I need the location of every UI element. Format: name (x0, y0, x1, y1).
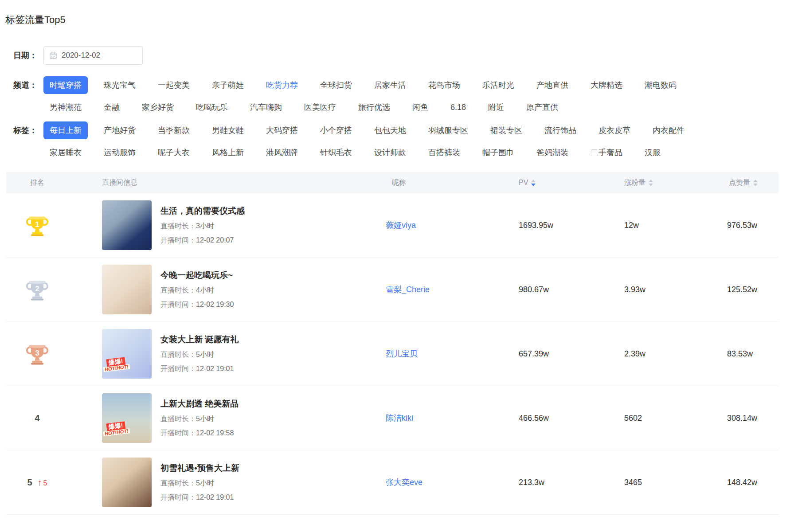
channel-pill[interactable]: 全球扫货 (314, 76, 358, 94)
channel-pill[interactable]: 乐活时光 (476, 76, 520, 94)
table-row: 3 爆爆! HOT!HOT! 女装大上新 诞愿有礼 直播时长：5小时 开播时间：… (6, 322, 778, 386)
fans-value: 5602 (624, 414, 727, 423)
date-picker-input[interactable]: 2020-12-02 (43, 46, 143, 65)
start-value: 12-02 20:07 (196, 236, 234, 244)
tag-pill[interactable]: 当季新款 (152, 121, 196, 139)
room-cover-image: 爆爆! HOT!HOT! (102, 393, 152, 443)
room-cover-image: 爆爆! HOT!HOT! (102, 329, 152, 379)
start-label: 开播时间： (160, 236, 196, 244)
streamer-nickname-link[interactable]: 陈洁kiki (386, 414, 413, 422)
tag-pill[interactable]: 裙装专区 (484, 121, 528, 139)
rank-cell: 5 ↑ 5 (6, 477, 68, 488)
gold-trophy-icon: 1 (26, 214, 49, 237)
tag-pill[interactable]: 百搭裤装 (422, 144, 466, 161)
room-info-cell: 爆爆! HOT!HOT! 上新大剧透 绝美新品 直播时长：5小时 开播时间：12… (68, 393, 386, 443)
streamer-nickname-link[interactable]: 雪梨_Cherie (386, 285, 430, 294)
tag-pill[interactable]: 风格上新 (206, 144, 250, 161)
channel-pill[interactable]: 6.18 (444, 98, 472, 116)
channel-pill[interactable]: 居家生活 (368, 76, 412, 94)
channel-pill[interactable]: 闲鱼 (406, 98, 434, 116)
channel-pill[interactable]: 金融 (98, 98, 126, 116)
start-label: 开播时间： (160, 429, 196, 437)
tag-pill[interactable]: 呢子大衣 (152, 144, 196, 161)
pv-value: 657.39w (519, 349, 624, 359)
channel-pill[interactable]: 家乡好货 (136, 98, 180, 116)
tag-pill[interactable]: 大码穿搭 (260, 121, 304, 139)
tag-pill[interactable]: 港风潮牌 (260, 144, 304, 161)
tag-pill[interactable]: 爸妈潮装 (530, 144, 575, 161)
channel-pill[interactable]: 大牌精选 (584, 76, 629, 94)
rank-change-badge: ↑ 5 (38, 478, 47, 487)
start-label: 开播时间： (160, 365, 196, 372)
pv-value: 1693.95w (519, 221, 624, 230)
tag-pill[interactable]: 包包天地 (368, 121, 412, 139)
tag-pill[interactable]: 汉服 (638, 144, 667, 161)
room-start-time: 开播时间：12-02 19:58 (160, 429, 239, 438)
streamer-nickname-link[interactable]: 烈儿宝贝 (386, 349, 418, 358)
tag-pill[interactable]: 运动服饰 (98, 144, 142, 161)
column-header-fans-sort[interactable]: 涨粉量 (624, 178, 727, 188)
room-title: 今晚一起吃喝玩乐~ (160, 270, 234, 281)
channel-pill[interactable]: 原产直供 (520, 98, 564, 116)
tag-filter-row: 标签： 每日上新 产地好货 当季新款 男鞋女鞋 大码穿搭 小个穿搭 包包天地 羽… (13, 121, 798, 161)
rank-cell: 2 (6, 278, 68, 301)
channel-pill[interactable]: 珠光宝气 (98, 76, 142, 94)
room-info-cell: 爆爆! HOT!HOT! 女装大上新 诞愿有礼 直播时长：5小时 开播时间：12… (68, 329, 386, 379)
tag-pill[interactable]: 每日上新 (43, 121, 88, 139)
channel-pill[interactable]: 亲子萌娃 (206, 76, 250, 94)
tag-pill[interactable]: 小个穿搭 (314, 121, 358, 139)
tag-pill[interactable]: 二手奢品 (584, 144, 629, 161)
channel-pill[interactable]: 男神潮范 (43, 98, 88, 116)
tag-pill[interactable]: 家居睡衣 (43, 144, 88, 161)
channel-pill[interactable]: 旅行优选 (352, 98, 396, 116)
duration-value: 4小时 (196, 286, 214, 294)
column-header-likes-sort[interactable]: 点赞量 (727, 178, 778, 188)
channel-pill[interactable]: 时髦穿搭 (43, 76, 88, 94)
duration-label: 直播时长： (160, 351, 196, 358)
channel-pill[interactable]: 吃货力荐 (260, 76, 304, 94)
room-info-cell: 初雪礼遇•预售大上新 直播时长：5小时 开播时间：12-02 19:01 (68, 458, 386, 507)
channel-pill[interactable]: 附近 (482, 98, 510, 116)
rank-number: 4 (35, 413, 39, 423)
svg-text:1: 1 (35, 220, 39, 229)
rank-change-value: 5 (43, 479, 47, 487)
duration-value: 5小时 (196, 479, 214, 487)
tag-pill[interactable]: 帽子围巾 (476, 144, 520, 161)
channel-pill[interactable]: 潮电数码 (638, 76, 683, 94)
duration-label: 直播时长： (160, 222, 196, 230)
channel-pill[interactable]: 汽车嗨购 (244, 98, 288, 116)
tag-pill[interactable]: 皮衣皮草 (592, 121, 637, 139)
streamer-nickname-link[interactable]: 薇娅viya (386, 221, 416, 230)
tag-pill[interactable]: 羽绒服专区 (422, 121, 474, 139)
pv-value: 980.67w (519, 285, 624, 294)
room-cover-image (102, 458, 152, 507)
tag-pill[interactable]: 男鞋女鞋 (206, 121, 250, 139)
column-header-rank: 排名 (6, 178, 68, 188)
channel-filter-row: 频道： 时髦穿搭 珠光宝气 一起变美 亲子萌娃 吃货力荐 全球扫货 居家生活 花… (13, 76, 798, 116)
tag-pill[interactable]: 产地好货 (98, 121, 142, 139)
room-start-time: 开播时间：12-02 20:07 (160, 236, 245, 245)
streamer-nickname-link[interactable]: 张大奕eve (386, 478, 422, 487)
column-header-pv-label: PV (519, 179, 528, 187)
column-header-pv-sort[interactable]: PV (519, 179, 624, 187)
room-duration: 直播时长：5小时 (160, 415, 239, 424)
channel-pill[interactable]: 产地直供 (530, 76, 575, 94)
channel-pill[interactable]: 吃喝玩乐 (190, 98, 234, 116)
tag-pill[interactable]: 流行饰品 (538, 121, 583, 139)
hot-sticker: 爆爆! HOT!HOT! (102, 356, 130, 372)
room-info-cell: 今晚一起吃喝玩乐~ 直播时长：4小时 开播时间：12-02 19:30 (68, 265, 386, 314)
tag-pill[interactable]: 内衣配件 (646, 121, 691, 139)
room-start-time: 开播时间：12-02 19:30 (160, 300, 234, 309)
table-row: 2 今晚一起吃喝玩乐~ 直播时长：4小时 开播时间：12-02 19:30 雪梨… (6, 258, 778, 322)
column-header-fans-label: 涨粉量 (624, 178, 645, 188)
start-value: 12-02 19:01 (196, 493, 234, 501)
channel-pill[interactable]: 花鸟市场 (422, 76, 466, 94)
tag-pill[interactable]: 针织毛衣 (314, 144, 358, 161)
channel-pill[interactable]: 医美医疗 (298, 98, 342, 116)
room-cover-image (102, 200, 152, 250)
channel-pill[interactable]: 一起变美 (152, 76, 196, 94)
room-duration: 直播时长：4小时 (160, 286, 234, 295)
silver-trophy-icon: 2 (26, 278, 49, 301)
likes-value: 976.53w (727, 221, 778, 230)
tag-pill[interactable]: 设计师款 (368, 144, 412, 161)
